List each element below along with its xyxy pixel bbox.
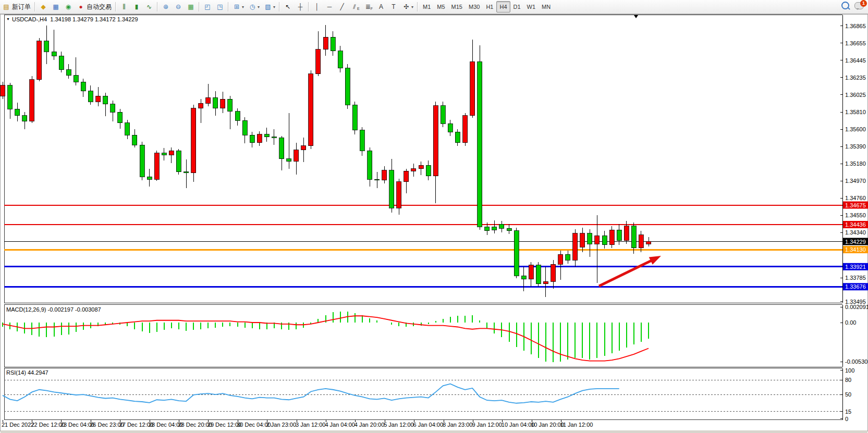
toolbar-group: ▤新订单 (0, 1, 33, 13)
candle-bull (470, 61, 475, 116)
dropdown-arrow-icon: ▾ (258, 5, 260, 9)
candle-bull (323, 37, 328, 50)
trendline-icon: ╱ (338, 3, 346, 11)
timeframe-m1[interactable]: M1 (420, 1, 434, 13)
toolbar-separator (157, 2, 158, 11)
autotrading-button[interactable]: ●自动交易 (75, 1, 114, 13)
time-axis-label: 3 Jan 12:00 (296, 422, 326, 428)
candle-bull (257, 134, 262, 143)
toolbar: ▤新订单◆▦◉●自动交易⫼▮∿⊕⊖▦◰◳⊞▾◷▾▧▾↖┼│─╱⫽E≣FAT✣▾M… (0, 0, 868, 14)
time-axis-label: 11 Jan 12:00 (560, 422, 593, 428)
timeframe-h1[interactable]: H1 (483, 1, 496, 13)
chart-dropdown-icon[interactable]: ▼ (6, 17, 10, 21)
chart-background (0, 14, 868, 433)
arrange-tile-button[interactable]: ◰ (201, 1, 214, 13)
market-watch-icon: ▦ (52, 3, 60, 11)
price-axis-label: 1.35810 (845, 109, 866, 115)
dropdown-arrow-icon: ▾ (273, 5, 275, 9)
template-button[interactable]: ▧▾ (262, 1, 277, 13)
candle-bear (485, 227, 490, 231)
candle-bull (309, 74, 313, 146)
candle-bull (404, 171, 409, 181)
channel-button[interactable]: ⫽E (348, 1, 362, 13)
candle-bear (147, 177, 152, 179)
toolbar-group: ⊕⊖▦ (160, 1, 197, 13)
market-watch-button[interactable]: ▦ (50, 1, 62, 13)
candle-bull (37, 41, 42, 80)
toolbar-group: ↖┼ (282, 1, 307, 13)
candle-bear (368, 151, 372, 179)
period-button[interactable]: ◷▾ (246, 1, 262, 13)
candle-bear (235, 112, 240, 120)
toolbar-group: ⫼▮∿ (118, 1, 155, 13)
timeframe-mn[interactable]: MN (539, 1, 554, 13)
time-axis-label: 10 Jan 20:00 (531, 422, 564, 428)
time-axis-label: 21 Dec 2022 (2, 422, 34, 428)
zoom-in-button[interactable]: ⊕ (160, 1, 172, 13)
candle-bear (213, 97, 218, 108)
candle-bear (264, 134, 269, 137)
candle-bear (360, 130, 364, 151)
candle-bull (191, 108, 196, 173)
timeframe-d1[interactable]: D1 (510, 1, 524, 13)
zoom-out-button[interactable]: ⊖ (172, 1, 185, 13)
rsi-axis-label: 80 (845, 377, 851, 383)
bar-chart-button[interactable]: ⫼ (118, 1, 130, 13)
signals-icon: ◉ (64, 3, 72, 11)
arrange-cascade-button[interactable]: ◳ (214, 1, 226, 13)
trendline-button[interactable]: ╱ (336, 1, 348, 13)
candle-bull (646, 241, 651, 244)
timeframe-m30[interactable]: M30 (466, 1, 483, 13)
timeframe-m5[interactable]: M5 (434, 1, 448, 13)
candle-bear (499, 224, 504, 228)
toolbar-group: ◆▦◉●自动交易 (37, 1, 114, 13)
arrows-button[interactable]: ✣▾ (400, 1, 415, 13)
notifications-badge: 1 (860, 0, 867, 7)
tile-windows-button[interactable]: ▦ (185, 1, 197, 13)
candle-bear (441, 106, 445, 124)
new-order-icon: ▤ (2, 3, 10, 11)
time-axis-label: 9 Jan 12:00 (472, 422, 502, 428)
candle-bull (529, 265, 533, 279)
candle-bear (88, 91, 93, 102)
price-axis-label: 1.35600 (845, 126, 866, 132)
symbols-button[interactable]: ◆ (37, 1, 50, 13)
candle-bull (316, 50, 321, 74)
hline-button[interactable]: ─ (323, 1, 336, 13)
toolbar-group: ◰◳ (201, 1, 226, 13)
price-badge-label: 1.34229 (845, 239, 866, 245)
candle-bear (140, 145, 144, 177)
new-chart-button[interactable]: ⊞▾ (230, 1, 246, 13)
fibo-button[interactable]: ≣F (362, 1, 375, 13)
price-axis-label: 1.33785 (845, 275, 866, 281)
vline-button[interactable]: │ (311, 1, 323, 13)
timeframe-w1[interactable]: W1 (524, 1, 539, 13)
price-axis-label: 1.36025 (845, 92, 866, 98)
candle-bear (132, 135, 137, 145)
price-axis-label: 1.36445 (845, 57, 866, 64)
candle-bull (595, 236, 600, 244)
candle-bull (463, 116, 468, 143)
crosshair-button[interactable]: ┼ (294, 1, 307, 13)
text-icon: A (377, 3, 385, 11)
cursor-button[interactable]: ↖ (282, 1, 294, 13)
line-chart-button[interactable]: ∿ (143, 1, 155, 13)
candle-chart-button[interactable]: ▮ (130, 1, 143, 13)
candle-bull (301, 146, 306, 150)
dropdown-arrow-icon: ▾ (242, 5, 244, 9)
candle-bear (426, 165, 431, 176)
timeframe-m15[interactable]: M15 (448, 1, 466, 13)
new-order-button[interactable]: ▤新订单 (0, 1, 33, 13)
candle-bear (59, 56, 64, 70)
timeframe-h4[interactable]: H4 (496, 1, 510, 13)
signals-button[interactable]: ◉ (62, 1, 75, 13)
dropdown-arrow-icon: ▾ (411, 5, 413, 9)
mt4-window: ▤新订单◆▦◉●自动交易⫼▮∿⊕⊖▦◰◳⊞▾◷▾▧▾↖┼│─╱⫽E≣FAT✣▾M… (0, 0, 868, 433)
label-button[interactable]: T (387, 1, 400, 13)
notifications-icon[interactable]: 1 (854, 2, 864, 9)
candle-bull (1, 85, 5, 96)
text-button[interactable]: A (375, 1, 387, 13)
candle-bear (375, 179, 380, 180)
search-icon[interactable] (841, 2, 849, 9)
chart-canvas[interactable]: 1.368651.366551.364451.362351.360251.358… (0, 0, 868, 433)
